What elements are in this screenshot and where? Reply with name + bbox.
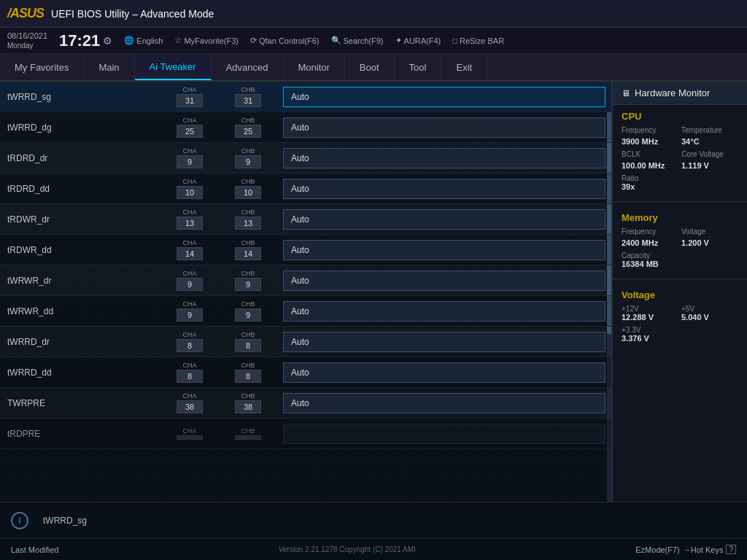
value-box-2[interactable]: Auto	[283, 148, 605, 168]
value-cell-8[interactable]: Auto	[277, 329, 611, 355]
value-cell-6[interactable]: Auto	[277, 268, 611, 294]
table-row: tWRRD_dr CHA 8 CHB 8 Auto	[0, 327, 611, 357]
language-selector[interactable]: 🌐 English	[124, 36, 163, 45]
last-modified-btn[interactable]: Last Modified	[11, 545, 58, 554]
row-label-twrrd-dd: tWRRD_dd	[0, 368, 160, 378]
nav-my-favorites[interactable]: My Favorites	[0, 54, 84, 80]
star-icon: ☆	[174, 36, 182, 45]
cha-cell-7: CHA 9	[160, 299, 219, 324]
value-cell-1[interactable]: Auto	[277, 114, 611, 141]
nav-tool[interactable]: Tool	[395, 54, 442, 80]
info-icon[interactable]: i	[11, 512, 28, 529]
value-box-5[interactable]: Auto	[283, 240, 605, 260]
chb-value-8: 8	[235, 339, 261, 352]
table-row: TWRPRE CHA 38 CHB 38 Auto	[0, 388, 611, 419]
table-row: tRDRD_dd CHA 10 CHB 10 Auto	[0, 174, 611, 204]
cpu-frequency-row: Frequency Temperature	[622, 126, 738, 134]
qfan-label: Qfan Control(F6)	[259, 36, 320, 45]
memory-frequency-label: Frequency	[622, 228, 678, 236]
my-favorite-label: MyFavorite(F3)	[184, 36, 239, 45]
value-cell-10[interactable]: Auto	[277, 390, 611, 416]
nav-boot[interactable]: Boot	[345, 54, 395, 80]
hot-keys-btn[interactable]: Hot Keys ?	[691, 545, 736, 554]
nav-monitor[interactable]: Monitor	[284, 54, 345, 80]
value-box-6[interactable]: Auto	[283, 271, 605, 291]
nav-ai-tweaker[interactable]: Ai Tweaker	[135, 54, 212, 80]
chb-value-1: 25	[235, 125, 261, 138]
main-nav: My Favorites Main Ai Tweaker Advanced Mo…	[0, 54, 747, 82]
value-box-8[interactable]: Auto	[283, 332, 605, 352]
table-row: tWRRD_dd CHA 8 CHB 8 Auto	[0, 357, 611, 388]
cha-value-4: 13	[177, 217, 203, 230]
cha-cell-3: CHA 10	[160, 176, 219, 201]
chb-cell-3: CHB 10	[219, 176, 277, 201]
voltage-section: Voltage +12V 12.288 V +5V 5.040 V +3.3V …	[613, 284, 747, 349]
search-label: Search(F9)	[344, 36, 384, 45]
row-label-twrwr-dr: tWRWR_dr	[0, 276, 160, 286]
chb-cell-0: CHB 31	[219, 85, 277, 109]
chb-value-7: 9	[235, 308, 261, 322]
nav-exit[interactable]: Exit	[441, 54, 487, 80]
row-label-trdwr-dd: tRDWR_dd	[0, 245, 160, 255]
value-box-1[interactable]: Auto	[283, 117, 605, 138]
value-cell-5[interactable]: Auto	[277, 237, 611, 263]
table-row: tWRWR_dr CHA 9 CHB 9 Auto	[0, 265, 611, 296]
value-box-7[interactable]: Auto	[283, 301, 605, 322]
qfan-btn[interactable]: ⟳ Qfan Control(F6)	[250, 36, 320, 45]
settings-panel: tWRRD_sg CHA 31 CHB 31 Auto tWRRD_dg CHA	[0, 82, 612, 502]
chb-value-6: 9	[235, 278, 261, 291]
aura-btn[interactable]: ✦ AURA(F4)	[395, 36, 441, 45]
cpu-frequency-value: 3900 MHz	[622, 137, 678, 146]
chb-value-0: 31	[235, 94, 261, 107]
value-cell-9[interactable]: Auto	[277, 359, 611, 386]
resize-bar-btn[interactable]: □ ReSize BAR	[452, 36, 504, 45]
memory-capacity-label: Capacity	[622, 252, 738, 260]
value-box-10[interactable]: Auto	[283, 393, 605, 413]
memory-frequency-row: Frequency Voltage	[622, 228, 738, 236]
cha-cell-8: CHA 8	[160, 330, 219, 354]
asus-logo: /ASUS	[7, 6, 44, 21]
time-display: 17:21	[59, 31, 100, 50]
cha-cell-9: CHA 8	[160, 360, 219, 385]
value-cell-3[interactable]: Auto	[277, 176, 611, 202]
cha-label-5: CHA	[182, 240, 196, 246]
value-cell-2[interactable]: Auto	[277, 145, 611, 171]
ez-mode-btn[interactable]: EzMode(F7) →	[635, 545, 691, 554]
memory-capacity-value: 16384 MB	[622, 260, 738, 268]
chb-cell-7: CHB 9	[219, 299, 277, 324]
cha-label-9: CHA	[182, 362, 196, 369]
cha-label-3: CHA	[182, 179, 196, 185]
cha-value-1: 25	[177, 125, 203, 138]
value-cell-7[interactable]: Auto	[277, 298, 611, 324]
cpu-frequency-value-row: 3900 MHz 34°C	[622, 137, 738, 146]
settings-icon[interactable]: ⚙	[103, 35, 112, 47]
table-row: tWRRD_dg CHA 25 CHB 25 Auto	[0, 112, 611, 143]
cpu-temperature-value: 34°C	[681, 137, 738, 146]
table-row: tWRWR_dd CHA 9 CHB 9 Auto	[0, 296, 611, 327]
my-favorite-btn[interactable]: ☆ MyFavorite(F3)	[174, 36, 239, 45]
chb-label-6: CHB	[241, 271, 255, 277]
cpu-core-voltage-value: 1.119 V	[681, 161, 738, 170]
value-cell-4[interactable]: Auto	[277, 206, 611, 233]
hw-monitor-label: Hardware Monitor	[635, 88, 710, 98]
value-box-0[interactable]: Auto	[283, 87, 605, 107]
value-box-9[interactable]: Auto	[283, 362, 605, 383]
value-box-3[interactable]: Auto	[283, 179, 605, 199]
value-cell-0[interactable]: Auto	[277, 84, 611, 110]
cpu-frequency-label: Frequency	[622, 126, 678, 134]
last-modified-label: Last Modified	[11, 545, 58, 554]
value-box-4[interactable]: Auto	[283, 209, 605, 230]
chb-cell-6: CHB 9	[219, 268, 277, 293]
value-cell-11[interactable]	[277, 421, 611, 447]
cpu-section-title: CPU	[622, 111, 738, 122]
cpu-memory-divider	[613, 201, 747, 202]
voltage-12v-row: +12V 12.288 V +5V 5.040 V	[622, 305, 738, 322]
nav-main[interactable]: Main	[84, 54, 134, 80]
value-box-11[interactable]	[283, 424, 605, 444]
nav-advanced[interactable]: Advanced	[212, 54, 284, 80]
cha-label-11: CHA	[182, 428, 196, 435]
row-label-twrrd-dr: tWRRD_dr	[0, 337, 160, 347]
search-btn[interactable]: 🔍 Search(F9)	[331, 36, 384, 45]
voltage-12v-value: 12.288 V	[622, 313, 678, 322]
table-row: tRDRD_dr CHA 9 CHB 9 Auto	[0, 143, 611, 174]
